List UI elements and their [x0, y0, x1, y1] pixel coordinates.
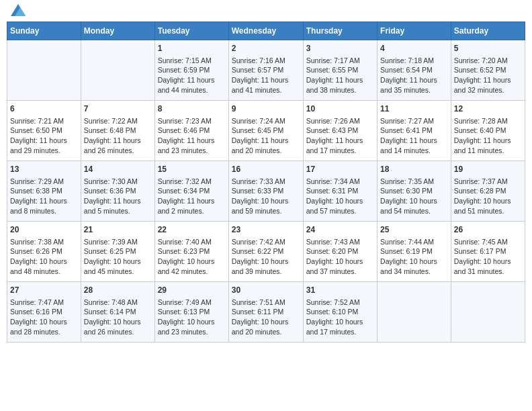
- calendar-cell: [7, 40, 81, 101]
- day-number: 19: [454, 164, 522, 175]
- calendar-cell: 4Sunrise: 7:18 AM Sunset: 6:54 PM Daylig…: [378, 40, 451, 101]
- day-number: 13: [10, 164, 78, 175]
- day-content: Sunrise: 7:49 AM Sunset: 6:13 PM Dayligh…: [158, 298, 226, 337]
- calendar-cell: 19Sunrise: 7:37 AM Sunset: 6:28 PM Dayli…: [451, 161, 525, 222]
- calendar-cell: 9Sunrise: 7:24 AM Sunset: 6:45 PM Daylig…: [228, 101, 303, 161]
- day-number: 28: [84, 285, 152, 296]
- day-number: 8: [158, 103, 226, 115]
- calendar-cell: 25Sunrise: 7:44 AM Sunset: 6:19 PM Dayli…: [378, 222, 451, 282]
- day-content: Sunrise: 7:27 AM Sunset: 6:41 PM Dayligh…: [380, 116, 448, 156]
- day-header-monday: Monday: [81, 22, 154, 40]
- day-content: Sunrise: 7:42 AM Sunset: 6:22 PM Dayligh…: [232, 237, 300, 277]
- calendar-cell: 14Sunrise: 7:30 AM Sunset: 6:36 PM Dayli…: [81, 161, 154, 222]
- calendar-cell: 8Sunrise: 7:23 AM Sunset: 6:46 PM Daylig…: [154, 101, 228, 161]
- calendar-cell: 21Sunrise: 7:39 AM Sunset: 6:25 PM Dayli…: [81, 222, 154, 282]
- day-content: Sunrise: 7:43 AM Sunset: 6:20 PM Dayligh…: [306, 237, 374, 277]
- day-content: Sunrise: 7:52 AM Sunset: 6:10 PM Dayligh…: [306, 298, 374, 337]
- calendar-cell: [451, 282, 525, 342]
- calendar-cell: 30Sunrise: 7:51 AM Sunset: 6:11 PM Dayli…: [228, 282, 303, 342]
- day-header-saturday: Saturday: [451, 22, 525, 40]
- day-content: Sunrise: 7:22 AM Sunset: 6:48 PM Dayligh…: [84, 116, 152, 156]
- day-header-wednesday: Wednesday: [228, 22, 303, 40]
- day-content: Sunrise: 7:37 AM Sunset: 6:28 PM Dayligh…: [454, 177, 522, 216]
- calendar-week-4: 20Sunrise: 7:38 AM Sunset: 6:26 PM Dayli…: [7, 222, 525, 282]
- calendar-week-1: 1Sunrise: 7:15 AM Sunset: 6:59 PM Daylig…: [7, 40, 525, 101]
- calendar-cell: 11Sunrise: 7:27 AM Sunset: 6:41 PM Dayli…: [378, 101, 451, 161]
- calendar-week-2: 6Sunrise: 7:21 AM Sunset: 6:50 PM Daylig…: [7, 101, 525, 161]
- day-content: Sunrise: 7:39 AM Sunset: 6:25 PM Dayligh…: [84, 237, 152, 277]
- day-content: Sunrise: 7:28 AM Sunset: 6:40 PM Dayligh…: [454, 116, 522, 156]
- day-number: 15: [158, 164, 226, 175]
- day-content: Sunrise: 7:51 AM Sunset: 6:11 PM Dayligh…: [232, 298, 300, 337]
- calendar-cell: 31Sunrise: 7:52 AM Sunset: 6:10 PM Dayli…: [303, 282, 377, 342]
- calendar-cell: 6Sunrise: 7:21 AM Sunset: 6:50 PM Daylig…: [7, 101, 81, 161]
- day-number: 16: [232, 164, 300, 175]
- calendar-cell: 17Sunrise: 7:34 AM Sunset: 6:31 PM Dayli…: [303, 161, 377, 222]
- calendar-cell: 13Sunrise: 7:29 AM Sunset: 6:38 PM Dayli…: [7, 161, 81, 222]
- day-content: Sunrise: 7:48 AM Sunset: 6:14 PM Dayligh…: [84, 298, 152, 337]
- day-content: Sunrise: 7:29 AM Sunset: 6:38 PM Dayligh…: [10, 177, 78, 216]
- day-number: 18: [380, 164, 448, 175]
- calendar-cell: 12Sunrise: 7:28 AM Sunset: 6:40 PM Dayli…: [451, 101, 525, 161]
- day-number: 24: [306, 224, 374, 236]
- day-number: 30: [232, 285, 300, 296]
- calendar-cell: 28Sunrise: 7:48 AM Sunset: 6:14 PM Dayli…: [81, 282, 154, 342]
- day-number: 2: [232, 43, 300, 54]
- day-number: 14: [84, 164, 152, 175]
- calendar-cell: 24Sunrise: 7:43 AM Sunset: 6:20 PM Dayli…: [303, 222, 377, 282]
- day-number: 1: [158, 43, 226, 54]
- calendar-cell: 2Sunrise: 7:16 AM Sunset: 6:57 PM Daylig…: [228, 40, 303, 101]
- day-header-tuesday: Tuesday: [154, 22, 228, 40]
- calendar-header-row: SundayMondayTuesdayWednesdayThursdayFrid…: [7, 22, 525, 40]
- day-number: 12: [454, 103, 522, 115]
- calendar-cell: 26Sunrise: 7:45 AM Sunset: 6:17 PM Dayli…: [451, 222, 525, 282]
- day-number: 4: [380, 43, 448, 54]
- day-content: Sunrise: 7:34 AM Sunset: 6:31 PM Dayligh…: [306, 177, 374, 216]
- calendar-week-5: 27Sunrise: 7:47 AM Sunset: 6:16 PM Dayli…: [7, 282, 525, 342]
- calendar-cell: 10Sunrise: 7:26 AM Sunset: 6:43 PM Dayli…: [303, 101, 377, 161]
- day-content: Sunrise: 7:35 AM Sunset: 6:30 PM Dayligh…: [380, 177, 448, 216]
- day-number: 10: [306, 103, 374, 115]
- day-number: 9: [232, 103, 300, 115]
- day-content: Sunrise: 7:26 AM Sunset: 6:43 PM Dayligh…: [306, 116, 374, 156]
- day-content: Sunrise: 7:47 AM Sunset: 6:16 PM Dayligh…: [10, 298, 78, 337]
- day-content: Sunrise: 7:32 AM Sunset: 6:34 PM Dayligh…: [158, 177, 226, 216]
- day-number: 23: [232, 224, 300, 236]
- calendar-cell: 3Sunrise: 7:17 AM Sunset: 6:55 PM Daylig…: [303, 40, 377, 101]
- day-content: Sunrise: 7:15 AM Sunset: 6:59 PM Dayligh…: [158, 56, 226, 95]
- day-header-sunday: Sunday: [7, 22, 81, 40]
- day-number: 27: [10, 285, 78, 296]
- calendar-cell: 16Sunrise: 7:33 AM Sunset: 6:33 PM Dayli…: [228, 161, 303, 222]
- calendar-table: SundayMondayTuesdayWednesdayThursdayFrid…: [7, 21, 525, 342]
- day-content: Sunrise: 7:45 AM Sunset: 6:17 PM Dayligh…: [454, 237, 522, 277]
- day-header-thursday: Thursday: [303, 22, 377, 40]
- day-header-friday: Friday: [378, 22, 451, 40]
- day-number: 29: [158, 285, 226, 296]
- page-header: [7, 7, 525, 16]
- day-content: Sunrise: 7:23 AM Sunset: 6:46 PM Dayligh…: [158, 116, 226, 156]
- calendar-week-3: 13Sunrise: 7:29 AM Sunset: 6:38 PM Dayli…: [7, 161, 525, 222]
- calendar-cell: 15Sunrise: 7:32 AM Sunset: 6:34 PM Dayli…: [154, 161, 228, 222]
- day-number: 6: [10, 103, 78, 115]
- day-number: 3: [306, 43, 374, 54]
- calendar-cell: 18Sunrise: 7:35 AM Sunset: 6:30 PM Dayli…: [378, 161, 451, 222]
- day-number: 7: [84, 103, 152, 115]
- day-content: Sunrise: 7:40 AM Sunset: 6:23 PM Dayligh…: [158, 237, 226, 277]
- calendar-cell: 1Sunrise: 7:15 AM Sunset: 6:59 PM Daylig…: [154, 40, 228, 101]
- day-number: 31: [306, 285, 374, 296]
- day-number: 22: [158, 224, 226, 236]
- day-number: 11: [380, 103, 448, 115]
- day-number: 5: [454, 43, 522, 54]
- day-number: 20: [10, 224, 78, 236]
- calendar-cell: 22Sunrise: 7:40 AM Sunset: 6:23 PM Dayli…: [154, 222, 228, 282]
- calendar-cell: 29Sunrise: 7:49 AM Sunset: 6:13 PM Dayli…: [154, 282, 228, 342]
- day-content: Sunrise: 7:18 AM Sunset: 6:54 PM Dayligh…: [380, 56, 448, 95]
- calendar-cell: 20Sunrise: 7:38 AM Sunset: 6:26 PM Dayli…: [7, 222, 81, 282]
- calendar-cell: 7Sunrise: 7:22 AM Sunset: 6:48 PM Daylig…: [81, 101, 154, 161]
- calendar-cell: 27Sunrise: 7:47 AM Sunset: 6:16 PM Dayli…: [7, 282, 81, 342]
- logo: [9, 7, 26, 16]
- day-content: Sunrise: 7:17 AM Sunset: 6:55 PM Dayligh…: [306, 56, 374, 95]
- day-content: Sunrise: 7:20 AM Sunset: 6:52 PM Dayligh…: [454, 56, 522, 95]
- day-content: Sunrise: 7:38 AM Sunset: 6:26 PM Dayligh…: [10, 237, 78, 277]
- day-content: Sunrise: 7:16 AM Sunset: 6:57 PM Dayligh…: [232, 56, 300, 95]
